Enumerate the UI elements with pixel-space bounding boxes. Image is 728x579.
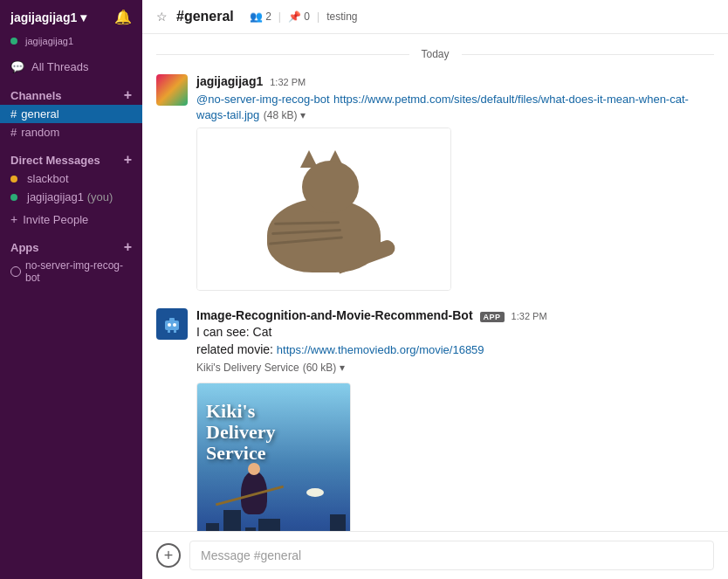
channels-section: Channels + # general # random (0, 79, 142, 143)
sidebar-item-all-threads[interactable]: 💬 All Threads (0, 55, 142, 79)
message-time-1: 1:32 PM (270, 77, 306, 87)
channel-title: #general (176, 9, 234, 24)
avatar-msg2 (156, 308, 188, 340)
cat-image-attachment (196, 128, 451, 291)
cat-head (302, 161, 359, 213)
hash-icon-random: # (10, 126, 17, 139)
invite-people-item[interactable]: + Invite People (0, 208, 142, 231)
message-time-2: 1:32 PM (512, 311, 547, 321)
message-content-2: Image-Recognition-and-Movie-Recommend-Bo… (196, 308, 714, 531)
direct-messages-section: Direct Messages + slackbot jagijagijag1 … (0, 143, 142, 208)
avatar-msg1 (156, 74, 188, 106)
slackbot-label: slackbot (27, 172, 69, 185)
msg2-text2: related movie: https://www.themoviedb.or… (196, 342, 714, 356)
meta-sep1: | (278, 10, 281, 23)
bot-label: no-server-img-recog-bot (25, 259, 132, 284)
add-dm-icon[interactable]: + (124, 152, 132, 168)
add-channel-icon[interactable]: + (124, 87, 132, 103)
meta-sep2: | (317, 10, 319, 23)
kiki-file-label: Kiki's Delivery Service (60 kB) ▾ (196, 362, 714, 374)
message-input-bar: + (142, 531, 728, 579)
bell-icon[interactable]: 🔔 (114, 9, 132, 25)
message-header-1: jagijagijag1 1:32 PM (196, 74, 714, 88)
sidebar-item-random[interactable]: # random (0, 123, 142, 141)
kiki-file-header: Kiki's Delivery Service (60 kB) ▾ (196, 362, 714, 374)
kiki-image: Kiki'sDeliveryService (197, 383, 350, 531)
svg-point-2 (168, 323, 171, 327)
channels-label: Channels (10, 89, 62, 102)
svg-rect-4 (168, 330, 170, 333)
bot-circle-icon (10, 266, 21, 277)
cat-image (197, 128, 450, 290)
apps-section: Apps + no-server-img-recog-bot (0, 231, 142, 288)
apps-section-header[interactable]: Apps + (0, 238, 142, 257)
app-badge: APP (480, 312, 505, 322)
dm-label: Direct Messages (10, 154, 100, 167)
channel-general-label: general (21, 107, 58, 121)
channel-random-label: random (21, 126, 59, 139)
channel-meta: 👥 2 | 📌 0 | testing (250, 10, 358, 23)
main-content: ☆ #general 👥 2 | 📌 0 | testing Today jag… (142, 0, 728, 579)
members-count: 👥 2 (250, 10, 271, 23)
dm-section-header[interactable]: Direct Messages + (0, 150, 142, 169)
invite-label: Invite People (23, 213, 88, 226)
user-status-dot (10, 38, 17, 45)
message-author-2: Image-Recognition-and-Movie-Recommend-Bo… (196, 308, 473, 322)
threads-icon: 💬 (10, 60, 24, 73)
msg2-text1: I can see: Cat (196, 325, 714, 339)
hash-icon-general: # (10, 107, 17, 121)
channel-header: ☆ #general 👥 2 | 📌 0 | testing (142, 0, 728, 34)
self-dm-label: jagijagijag1 (you) (27, 190, 113, 203)
svg-rect-1 (169, 318, 175, 321)
svg-rect-5 (174, 330, 176, 333)
message-body-1: @no-server-img-recog-bot https://www.pet… (196, 91, 714, 122)
channels-section-header[interactable]: Channels + (0, 86, 142, 105)
date-divider: Today (156, 48, 714, 60)
message-input[interactable] (189, 541, 714, 570)
workspace-name-text: jagijagijag1 (10, 10, 77, 24)
message-2: Image-Recognition-and-Movie-Recommend-Bo… (156, 308, 714, 531)
self-status-dot (10, 194, 17, 201)
sidebar: jagijagijag1 ▾ 🔔 jagijagijag1 💬 All Thre… (0, 0, 142, 579)
all-threads-label: All Threads (31, 60, 89, 73)
channel-topic: testing (326, 10, 357, 23)
message-header-2: Image-Recognition-and-Movie-Recommend-Bo… (196, 308, 714, 322)
mention-1[interactable]: @no-server-img-recog-bot (196, 93, 330, 106)
workspace-chevron: ▾ (80, 10, 86, 24)
workspace-header[interactable]: jagijagijag1 ▾ 🔔 (0, 0, 142, 34)
sidebar-item-general[interactable]: # general (0, 105, 142, 123)
messages-area: Today jagijagijag1 1:32 PM @no-server-im… (142, 34, 728, 531)
kiki-dropdown-icon[interactable]: ▾ (340, 362, 345, 374)
dropdown-icon-1[interactable]: ▾ (300, 109, 306, 121)
add-file-button[interactable]: + (156, 543, 181, 568)
file-size-1: (48 kB) ▾ (264, 109, 306, 121)
dm-item-slackbot[interactable]: slackbot (0, 169, 142, 188)
svg-rect-0 (165, 321, 179, 330)
workspace-user: jagijagijag1 (0, 34, 142, 55)
dm-item-self[interactable]: jagijagijag1 (you) (0, 188, 142, 206)
kiki-image-attachment: Kiki'sDeliveryService (196, 383, 351, 531)
link-2[interactable]: https://www.themoviedb.org/movie/16859 (277, 343, 484, 356)
star-icon[interactable]: ☆ (156, 10, 168, 24)
message-1: jagijagijag1 1:32 PM @no-server-img-reco… (156, 74, 714, 294)
slackbot-status-dot (10, 176, 17, 183)
message-author-1: jagijagijag1 (196, 74, 263, 88)
sidebar-item-bot[interactable]: no-server-img-recog-bot (0, 257, 142, 286)
add-app-icon[interactable]: + (124, 239, 132, 255)
kiki-title: Kiki'sDeliveryService (206, 401, 341, 465)
apps-label: Apps (10, 241, 39, 254)
workspace-user-name: jagijagijag1 (25, 36, 73, 46)
workspace-name: jagijagijag1 ▾ (10, 10, 86, 24)
pins-count: 📌 0 (288, 10, 310, 23)
date-label: Today (421, 48, 449, 60)
svg-point-3 (173, 323, 176, 327)
invite-plus-icon: + (10, 212, 17, 226)
message-content-1: jagijagijag1 1:32 PM @no-server-img-reco… (196, 74, 714, 294)
